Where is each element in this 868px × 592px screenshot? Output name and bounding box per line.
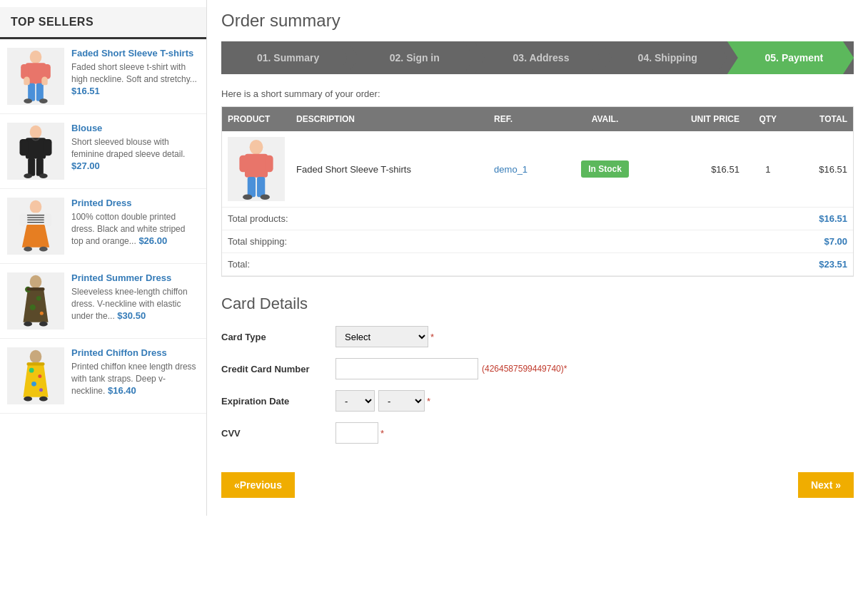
- exp-year-select[interactable]: - 2024 2025 2026: [378, 390, 425, 412]
- svg-point-40: [30, 349, 42, 362]
- cvv-input[interactable]: [335, 422, 378, 444]
- totals-table: Total products: $16.51 Total shipping: $…: [222, 208, 853, 276]
- table-row: Faded Short Sleeve T-shirts demo_1 In St…: [222, 131, 853, 208]
- sidebar-item-blouse[interactable]: Blouse Short sleeved blouse with feminin…: [0, 114, 206, 189]
- svg-point-30: [39, 246, 48, 251]
- cvv-row: CVV *: [221, 422, 854, 444]
- nav-buttons: «Previous Next »: [221, 465, 854, 505]
- svg-rect-50: [245, 153, 268, 177]
- svg-point-44: [31, 382, 36, 387]
- checkout-steps: 01. Summary 02. Sign in 03. Address 04. …: [221, 41, 854, 74]
- col-qty: QTY: [745, 107, 791, 131]
- svg-rect-15: [44, 139, 52, 155]
- product-qty: 1: [745, 131, 791, 208]
- sidebar-item-name-blouse[interactable]: Blouse: [71, 123, 199, 133]
- total-value: $23.51: [628, 253, 853, 276]
- step-address-label: 03. Address: [513, 52, 570, 63]
- product-image-chiffon-dress: [7, 347, 64, 404]
- sidebar-item-desc-printed-dress: 100% cotton double printed dress. Black …: [71, 212, 185, 246]
- svg-marker-41: [24, 362, 49, 397]
- ref-link[interactable]: demo_1: [494, 164, 528, 175]
- step-payment[interactable]: 05. Payment: [727, 41, 854, 74]
- sidebar: TOP SELLERS Faded Short Sleeve T-shirts …: [0, 0, 207, 516]
- product-availability: In Stock: [559, 131, 652, 208]
- total-products-label: Total products:: [222, 208, 628, 230]
- sidebar-item-faded-short-sleeve[interactable]: Faded Short Sleeve T-shirts Faded short …: [0, 39, 206, 114]
- main-content: Order summary 01. Summary 02. Sign in 03…: [207, 0, 868, 516]
- product-ref[interactable]: demo_1: [488, 131, 559, 208]
- next-button[interactable]: Next »: [798, 472, 854, 498]
- col-avail: AVAIL.: [559, 107, 652, 131]
- sidebar-item-printed-summer-dress[interactable]: Printed Summer Dress Sleeveless knee-len…: [0, 264, 206, 339]
- svg-point-0: [30, 50, 42, 63]
- sidebar-item-info-blouse: Blouse Short sleeved blouse with feminin…: [71, 123, 199, 171]
- sidebar-item-price-printed-dress: $26.00: [138, 235, 167, 246]
- svg-point-42: [29, 367, 34, 372]
- col-product: PRODUCT: [222, 107, 291, 131]
- svg-point-45: [39, 388, 43, 392]
- product-thumb: [228, 137, 285, 201]
- sidebar-item-printed-chiffon-dress[interactable]: Printed Chiffon Dress Printed chiffon kn…: [0, 339, 206, 414]
- credit-card-input[interactable]: [335, 358, 478, 379]
- total-shipping-value: $7.00: [628, 230, 853, 253]
- total-products-row: Total products: $16.51: [222, 208, 853, 230]
- svg-point-56: [261, 194, 270, 200]
- step-summary-label: 01. Summary: [257, 52, 319, 63]
- cvv-required: *: [380, 428, 384, 439]
- total-products-value: $16.51: [628, 208, 853, 230]
- in-stock-badge: In Stock: [581, 160, 629, 178]
- step-address[interactable]: 03. Address: [474, 41, 600, 74]
- svg-rect-46: [27, 362, 45, 365]
- svg-point-10: [24, 98, 32, 103]
- svg-point-43: [38, 374, 41, 378]
- card-details-title: Card Details: [221, 295, 854, 313]
- svg-point-48: [39, 396, 48, 401]
- sidebar-item-info-summer-dress: Printed Summer Dress Sleeveless knee-len…: [71, 272, 199, 322]
- total-shipping-row: Total shipping: $7.00: [222, 230, 853, 253]
- svg-marker-32: [24, 287, 49, 322]
- expiration-selects: - 01 02 03 12 - 2024 2025 2026: [335, 390, 425, 412]
- svg-rect-27: [20, 213, 28, 226]
- card-type-required: *: [430, 332, 434, 342]
- product-unit-price: $16.51: [651, 131, 745, 208]
- svg-marker-26: [22, 225, 49, 247]
- svg-rect-21: [27, 213, 45, 225]
- credit-card-row: Credit Card Number (4264587599449740)*: [221, 358, 854, 379]
- svg-point-35: [30, 304, 36, 310]
- svg-point-55: [243, 194, 252, 200]
- svg-rect-5: [36, 83, 44, 101]
- sidebar-item-desc-blouse: Short sleeved blouse with feminine drape…: [71, 137, 185, 159]
- expiration-label: Expiration Date: [221, 396, 335, 407]
- svg-point-29: [24, 246, 32, 251]
- svg-rect-37: [27, 287, 45, 290]
- sidebar-item-price-faded: $16.51: [71, 86, 100, 96]
- sidebar-item-name-summer-dress[interactable]: Printed Summer Dress: [71, 272, 199, 283]
- col-total: TOTAL: [791, 107, 853, 131]
- product-description: Faded Short Sleeve T-shirts: [291, 131, 488, 208]
- svg-point-36: [40, 311, 44, 315]
- sidebar-item-price-chiffon-dress: $16.40: [108, 385, 136, 396]
- step-shipping[interactable]: 04. Shipping: [601, 41, 727, 74]
- card-type-select[interactable]: Select Visa Mastercard Amex: [335, 326, 428, 347]
- svg-point-47: [24, 396, 32, 401]
- svg-rect-54: [257, 176, 265, 196]
- previous-button[interactable]: «Previous: [221, 472, 295, 498]
- sidebar-item-name-chiffon-dress[interactable]: Printed Chiffon Dress: [71, 347, 199, 358]
- svg-rect-16: [28, 158, 35, 175]
- svg-rect-14: [20, 139, 29, 155]
- sidebar-item-name-printed-dress[interactable]: Printed Dress: [71, 198, 199, 208]
- order-intro: Here is a short summary of your order:: [221, 88, 854, 99]
- total-label: Total:: [222, 253, 628, 276]
- svg-rect-52: [265, 155, 273, 172]
- card-type-row: Card Type Select Visa Mastercard Amex *: [221, 326, 854, 347]
- step-sign-in[interactable]: 02. Sign in: [348, 41, 474, 74]
- step-summary[interactable]: 01. Summary: [221, 41, 348, 74]
- svg-point-31: [30, 275, 42, 287]
- svg-rect-17: [36, 158, 44, 175]
- sidebar-item-printed-dress[interactable]: Printed Dress 100% cotton double printed…: [0, 189, 206, 264]
- sidebar-item-price-blouse: $27.00: [71, 160, 100, 171]
- sidebar-item-price-summer-dress: $30.50: [117, 310, 146, 321]
- exp-month-select[interactable]: - 01 02 03 12: [335, 390, 375, 412]
- sidebar-item-name-faded[interactable]: Faded Short Sleeve T-shirts: [71, 48, 199, 58]
- svg-rect-28: [44, 213, 52, 226]
